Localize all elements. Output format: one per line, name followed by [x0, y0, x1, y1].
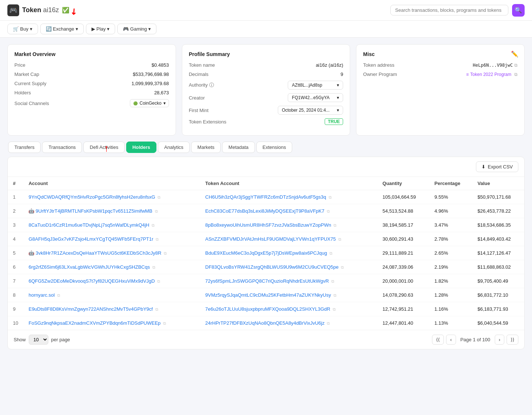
quantity-cell: 12,742,951.21: [377, 302, 429, 316]
account-cell: 9YnQdCWDAQRfQYm5HvRzoPgc5GRn8fyhsH2eru8n…: [23, 190, 200, 204]
copy-account-icon[interactable]: ⧉: [155, 209, 158, 213]
copy-token-account-icon[interactable]: ⧉: [334, 223, 336, 227]
social-row: Social Channels 🟢 CoinGecko ▾: [14, 99, 169, 107]
misc-card: Misc ✏️ Token address HeLp6N...V98jwC ⧉ …: [356, 44, 525, 136]
account-link[interactable]: 6rg2rfZ6Sim6j63LXvaLgbWicVGWhJUYHkCxgSHZ…: [28, 264, 150, 270]
tab-analytics[interactable]: Analytics: [158, 142, 190, 153]
account-link[interactable]: hornyarc.sol: [28, 292, 55, 298]
token-account-link[interactable]: EchC83CoE77dsBq3sLexi8JiiMyDQSEExjT9P8aV…: [205, 208, 324, 214]
token-account-link[interactable]: CH6U5ih3zQAr3jSggYTWFRZc6mDTzSnjdAv6utF5…: [205, 194, 326, 200]
tab-markets[interactable]: Markets: [191, 142, 221, 153]
social-select[interactable]: 🟢 CoinGecko ▾: [130, 99, 169, 107]
account-link[interactable]: 9UrftYJtrT4jBRMTLNFsKPsbW1pqcTv6511Z5imi…: [35, 208, 152, 214]
copy-token-account-icon[interactable]: ⧉: [327, 209, 330, 213]
token-account-cell: CH6U5ih3zQAr3jSggYTWFRZc6mDTzSnjdAv6utF5…: [200, 190, 377, 204]
token-account-link[interactable]: 8pBo8xeywoUihUsmUR8HhSF7zvzJVaSbsBzuwYZo…: [205, 222, 331, 228]
quantity-cell: 12,447,801.40: [377, 316, 429, 330]
edit-icon[interactable]: ✏️: [511, 50, 518, 57]
account-link[interactable]: G8AFH5qJ3eGx7vKFZsjo4LmxYCgTQ45WFb5FErq7…: [28, 236, 153, 242]
token-account-link[interactable]: BduE9XEucM6eC3oJqDgxE5p7j7jDsWEpw8aix6PC…: [205, 250, 327, 256]
table-header-row: # Account Token Account Quantity Percent…: [8, 177, 524, 190]
value-cell: $14,849,403.42: [472, 232, 524, 246]
tabs-row: Transfers Transactions Defi Activities H…: [7, 142, 525, 153]
percentage-cell: 2.78%: [429, 232, 473, 246]
account-link[interactable]: 6QFG5Zw2DEoMeDkvooqS7t7yf82UQEGHxuViMx9d…: [28, 278, 155, 284]
copy-token-account-icon[interactable]: ⧉: [329, 195, 332, 199]
profile-title: Profile Summary: [189, 51, 343, 57]
authority-dropdown[interactable]: AZtt8L...jAd8sp ▾: [288, 81, 343, 90]
search-input[interactable]: [390, 5, 508, 15]
token-account-link[interactable]: DF83QLvoBsYRW41ZsrgQhBLWUS9U9w6M2CU9uCVE…: [205, 264, 339, 270]
account-cell: 🤖9UrftYJtrT4jBRMTLNFsKPsbW1pqcTv6511Z5im…: [23, 204, 200, 218]
copy-program-icon[interactable]: ⧉: [514, 72, 518, 77]
account-link[interactable]: FoSGz9nqNkpsaEX2nadmCXVmZPYBdqn6mTiDSdPU…: [28, 320, 160, 326]
copy-token-account-icon[interactable]: ⧉: [331, 279, 334, 283]
owner-program-link[interactable]: ≡ Token 2022 Program ⧉: [466, 72, 518, 77]
percentage-cell: 2.65%: [429, 246, 473, 260]
search-button[interactable]: 🔍: [512, 4, 525, 17]
per-page-select[interactable]: 10 25 50: [29, 335, 48, 345]
last-page-button[interactable]: ⟩⟩: [507, 335, 518, 345]
copy-token-account-icon[interactable]: ⧉: [329, 251, 332, 255]
account-link[interactable]: 9YnQdCWDAQRfQYm5HvRzoPgc5GRn8fyhsH2eru8n…: [28, 194, 155, 200]
copy-account-icon[interactable]: ⧉: [152, 265, 155, 269]
play-button[interactable]: ▶ Play ▾: [86, 24, 115, 34]
creator-dropdown[interactable]: FQ1W42...e5GyYA ▾: [288, 93, 343, 102]
copy-token-account-icon[interactable]: ⧉: [327, 321, 330, 325]
tab-transactions[interactable]: Transactions: [42, 142, 82, 153]
token-account-cell: 72ys6fSpmLJnSWGGPQ8C7riQuzioRqNhdrEsUtUk…: [200, 274, 377, 288]
exchange-button[interactable]: 🔄 Exchange ▾: [40, 24, 84, 34]
copy-account-icon[interactable]: ⧉: [158, 195, 160, 199]
tab-transfers[interactable]: Transfers: [8, 142, 41, 153]
copy-account-icon[interactable]: ⧉: [156, 237, 159, 241]
header-right: 🔍: [390, 4, 525, 17]
gaming-button[interactable]: 🎮 Gaming ▾: [117, 24, 156, 34]
buy-button[interactable]: 🛒 Buy ▾: [7, 24, 38, 34]
copy-token-account-icon[interactable]: ⧉: [341, 265, 344, 269]
token-account-link[interactable]: 24rHPrTP27fDFBXzUqNAo8QbnQE5A8y4dBrVixJv…: [205, 320, 324, 326]
token-account-link[interactable]: 72ys6fSpmLJnSWGGPQ8C7riQuzioRqNhdrEsUtUk…: [205, 278, 329, 284]
export-csv-button[interactable]: ⬇ Export CSV: [476, 161, 518, 172]
prev-page-button[interactable]: ‹: [446, 335, 456, 345]
tab-metadata[interactable]: Metadata: [222, 142, 255, 153]
token-account-link[interactable]: 9VMz5rqySJqaQmtLC9cDMu25KFetbHm47aZUKYNk…: [205, 292, 331, 298]
token-ext-row: Token Extensions TRUE: [189, 118, 343, 125]
copy-token-address-icon[interactable]: ⧉: [514, 63, 518, 68]
copy-token-account-icon[interactable]: ⧉: [333, 307, 336, 311]
account-cell: 🤖3vk8Hr7R1ZAcexDsQeHaaYTWsUG5ct6KEDbSCh3…: [23, 246, 200, 260]
copy-account-icon[interactable]: ⧉: [152, 223, 155, 227]
market-cap-value: $533,796,698.98: [133, 72, 169, 77]
next-page-button[interactable]: ›: [495, 335, 504, 345]
token-account-cell: 8pBo8xeywoUihUsmUR8HhSF7zvzJVaSbsBzuwYZo…: [200, 218, 377, 232]
misc-title: Misc: [363, 51, 518, 57]
copy-account-icon[interactable]: ⧉: [164, 251, 167, 255]
copy-account-icon[interactable]: ⧉: [155, 307, 158, 311]
copy-token-account-icon[interactable]: ⧉: [334, 293, 336, 297]
copy-account-icon[interactable]: ⧉: [163, 321, 166, 325]
decimals-row: Decimals 9: [189, 72, 343, 77]
token-account-link[interactable]: 7e6u26oTJLUuU8sjuxpbpruMFXQooa9DQL2SHXYL…: [205, 306, 330, 312]
authority-value: AZtt8L...jAd8sp: [292, 83, 322, 88]
token-program-icon: ≡: [466, 72, 469, 77]
token-address-label: Token address: [363, 62, 394, 68]
copy-token-account-icon[interactable]: ⧉: [338, 237, 341, 241]
price-row: Price $0.4853: [14, 62, 169, 68]
social-label: Social Channels: [14, 101, 49, 106]
copy-account-icon[interactable]: ⧉: [57, 293, 60, 297]
account-link[interactable]: 3vk8Hr7R1ZAcexDsQeHaaYTWsUG5ct6KEDbSCh3c…: [35, 250, 161, 256]
copy-account-icon[interactable]: ⧉: [157, 279, 160, 283]
tab-extensions[interactable]: Extensions: [256, 142, 293, 153]
account-link[interactable]: E9uDts8F8D8KsVmnZgwyn722ANShnc2MvT5v4GPb…: [28, 306, 153, 312]
first-mint-dropdown[interactable]: October 25, 2024 01:4... ▾: [278, 106, 343, 115]
decimals-value: 9: [341, 72, 343, 77]
cards-row: Market Overview Price $0.4853 Market Cap…: [7, 44, 525, 136]
value-cell: $9,705,400.49: [472, 274, 524, 288]
account-cell: hornyarc.sol ⧉: [23, 288, 200, 302]
percentage-cell: 4.96%: [429, 204, 473, 218]
account-cell: FoSGz9nqNkpsaEX2nadmCXVmZPYBdqn6mTiDSdPU…: [23, 316, 200, 330]
token-ext-badge: TRUE: [325, 118, 343, 125]
account-link[interactable]: 8CaTuoD1r6CzR1mu6ueTDvjNpLj7sq5nWafDLymk…: [28, 222, 149, 228]
token-account-link[interactable]: ASnZZXBFVMDJrVAtJmHsLF9UGMDVajLYVWn1qYFP…: [205, 236, 336, 242]
first-page-button[interactable]: ⟨⟨: [432, 335, 444, 345]
tab-holders[interactable]: Holders: [126, 142, 156, 153]
